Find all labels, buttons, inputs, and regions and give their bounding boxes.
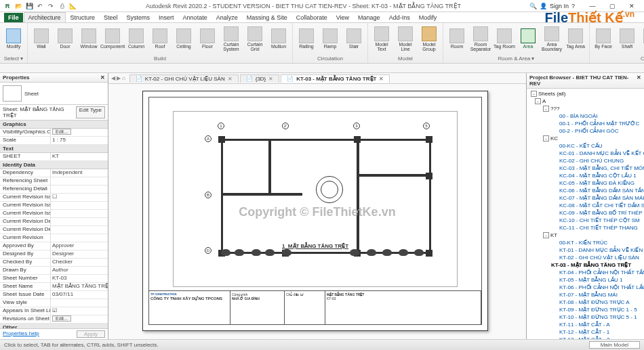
tree-item[interactable]: KT-03 - MẶT BẰNG TĂNG TRỆT — [528, 261, 643, 269]
prop-row[interactable]: Referencing Sheet — [0, 177, 108, 185]
tag-area-button[interactable]: Tag Area — [565, 24, 586, 53]
ribbon-tab-architecture[interactable]: Architecture — [24, 12, 66, 22]
edit-button[interactable]: Edit... — [52, 129, 71, 135]
undo-icon[interactable]: ↶ — [35, 1, 45, 11]
prop-row[interactable]: Scale1 : 75 — [0, 137, 108, 145]
tree-item[interactable]: -KC — [528, 135, 643, 142]
prop-row[interactable]: Referencing Detail — [0, 185, 108, 194]
tree-item[interactable]: 00-KT - KIẾN TRÚC — [528, 239, 643, 246]
tag-room-button[interactable]: Tag Room — [494, 24, 515, 53]
ribbon-tab-systems[interactable]: Systems — [123, 13, 155, 22]
apply-button[interactable]: Apply — [77, 330, 105, 338]
search-icon[interactable]: 🔍 — [529, 3, 537, 9]
tree-item[interactable]: KT-02 - GHI CHÚ VẬT LIỆU SÀN — [528, 254, 643, 261]
area-button[interactable]: Area — [517, 24, 539, 53]
revit-icon[interactable]: R — [3, 1, 12, 11]
expand-icon[interactable]: - — [531, 91, 537, 97]
by-face-button[interactable]: By Face — [592, 24, 614, 53]
model-selector[interactable]: Main Model — [589, 341, 640, 349]
prop-row[interactable]: Designed ByDesigner — [0, 250, 108, 259]
tree-item[interactable]: KC-11 - CHI TIẾT THÉP THANG — [528, 224, 643, 232]
help-icon[interactable]: ? — [571, 3, 575, 9]
tree-item[interactable]: KC-08 - MẶT CẮT CHI TIẾT DẦM SÀN MÁI — [528, 202, 643, 209]
prop-row[interactable]: Sheet NameMẶT BẰNG TĂNG TRỆT — [0, 283, 108, 291]
tree-item[interactable]: 00 - BÌA NGOÀI — [528, 112, 643, 120]
tree-item[interactable]: KT-07 - MẶT BẰNG MÁI — [528, 291, 643, 299]
tree-item[interactable]: 00-KC - KẾT CẤU — [528, 142, 643, 150]
prop-group[interactable]: Identity Data — [0, 161, 108, 169]
prop-group[interactable]: Other — [0, 324, 108, 328]
wall-button[interactable]: Wall — [31, 24, 52, 53]
ribbon-tab-analyze[interactable]: Analyze — [212, 13, 242, 22]
properties-help-link[interactable]: Properties help — [3, 330, 39, 338]
close-icon[interactable]: ✕ — [268, 76, 273, 82]
model-text-button[interactable]: Model Text — [371, 24, 393, 53]
tree-item[interactable]: KC-06 - MẶT BẰNG DẦM SÀN TẦNG 2 — [528, 187, 643, 194]
op-wall-button[interactable]: Wall — [640, 24, 644, 53]
tree-item[interactable]: KC-09 - MẶT BẰNG BỐ TRÍ THÉP SÀN TẦNG TR… — [528, 209, 643, 217]
ribbon-tab-steel[interactable]: Steel — [100, 13, 122, 22]
ribbon-tab-collaborate[interactable]: Collaborate — [292, 13, 331, 22]
instance-filter[interactable]: Sheet: MẶT BẰNG TĂNG TRỆT — [3, 106, 71, 118]
prop-row[interactable]: DependencyIndependent — [0, 169, 108, 177]
drawing-canvas[interactable]: 1 2' 3 5 A B D — [108, 84, 526, 339]
close-icon[interactable]: ✕ — [379, 76, 384, 82]
prop-group[interactable]: Graphics — [0, 121, 108, 129]
tree-item[interactable]: KT-06 - PHỐI CẢNH NỘI THẤT LẦU 1 — [528, 284, 643, 291]
area-boundary-button[interactable]: Area Boundary — [541, 24, 563, 53]
redo-icon[interactable]: ↷ — [46, 1, 56, 11]
view-tab[interactable]: 📄KT-02 - GHI CHÚ VẬT LIỆU SÀN✕ — [129, 74, 239, 83]
component-button[interactable]: Component — [102, 24, 123, 53]
model-group-button[interactable]: Model Group — [418, 24, 440, 53]
prop-row[interactable]: Current Revision Date — [0, 218, 108, 226]
prop-row[interactable]: Visibility/Graphics Over...Edit... — [0, 129, 108, 137]
tree-item[interactable]: KT-04 - PHỐI CẢNH NỘI THẤT TẦNG TRỆT — [528, 269, 643, 276]
close-icon[interactable]: ✕ — [637, 74, 641, 87]
tree-item[interactable]: KC-02 - GHI CHÚ CHUNG — [528, 157, 643, 165]
window-button[interactable]: Window — [78, 24, 100, 53]
stair-button[interactable]: Stair — [343, 24, 365, 53]
tree-item[interactable]: KC-01 - DANH MỤC BẢN VẼ KẾT CẤU — [528, 150, 643, 157]
tree-item[interactable]: KC-05 - MẶT BẰNG ĐÀ KIỀNG — [528, 179, 643, 187]
ribbon-tab-annotate[interactable]: Annotate — [179, 13, 212, 22]
modify-button[interactable]: Modify — [3, 24, 24, 53]
close-icon[interactable]: ✕ — [228, 76, 233, 82]
expand-icon[interactable]: - — [543, 135, 549, 141]
signin-label[interactable]: Sign In — [550, 3, 569, 9]
prop-row[interactable]: Drawn ByAuthor — [0, 267, 108, 275]
curtain-grid-button[interactable]: Curtain Grid — [244, 24, 266, 53]
ceiling-button[interactable]: Ceiling — [173, 24, 195, 53]
tree-item[interactable]: KT-01 - DANH MỤC BẢN VẼ KIẾN TRÚC — [528, 246, 643, 254]
type-image[interactable]: Sheet — [0, 83, 108, 105]
expand-icon[interactable]: - — [535, 98, 541, 104]
tree-item[interactable]: KT-05 - MẶT BẰNG LẦU 1 — [528, 276, 643, 284]
user-icon[interactable]: 👤 — [540, 3, 547, 9]
tree-item[interactable]: KT-13 - MẶT CẮT - 2 — [528, 336, 643, 339]
tree-item[interactable]: KT-08 - MẶT ĐỨNG TRỤC A — [528, 299, 643, 306]
ribbon-tab-structure[interactable]: Structure — [66, 13, 100, 22]
prop-row[interactable]: Approved ByApprover — [0, 242, 108, 250]
signin-area[interactable]: 🔍 👤 Sign In ? — [529, 3, 575, 9]
browser-tree[interactable]: -Sheets (all)-A-???00 - BÌA NGOÀI00-1 - … — [527, 89, 644, 339]
tab-next-icon[interactable]: ▶ — [117, 75, 121, 81]
model-line-button[interactable]: Model Line — [395, 24, 416, 53]
mullion-button[interactable]: Mullion — [268, 24, 289, 53]
prop-row[interactable]: Checked ByChecker — [0, 259, 108, 267]
floor-button[interactable]: Floor — [197, 24, 218, 53]
tree-item[interactable]: -A — [528, 97, 643, 105]
roof-button[interactable]: Roof — [149, 24, 171, 53]
view-tab[interactable]: 📄{3D}✕ — [240, 74, 280, 83]
ribbon-tab-insert[interactable]: Insert — [155, 13, 178, 22]
tree-item[interactable]: KT-11 - MẶT CẮT - A — [528, 321, 643, 328]
prop-row[interactable]: Current Revision Issued... — [0, 202, 108, 210]
tree-item[interactable]: KT-09 - MẶT ĐỨNG TRỤC 1 - 5 — [528, 306, 643, 313]
prop-row[interactable]: Current Revision Issued☐ — [0, 194, 108, 202]
ribbon-tab-addins[interactable]: Add-Ins — [385, 13, 414, 22]
ribbon-tab-manage[interactable]: Manage — [354, 13, 384, 22]
prop-row[interactable]: Current Revision Issued... — [0, 210, 108, 218]
door-button[interactable]: Door — [54, 24, 76, 53]
tree-item[interactable]: KC-07 - MẶT BẰNG DẦM SÀN MÁI — [528, 194, 643, 202]
tree-item[interactable]: -KT — [528, 232, 643, 239]
edit-button[interactable]: Edit... — [52, 315, 71, 322]
prop-row[interactable]: Current Revision Descr... — [0, 226, 108, 234]
